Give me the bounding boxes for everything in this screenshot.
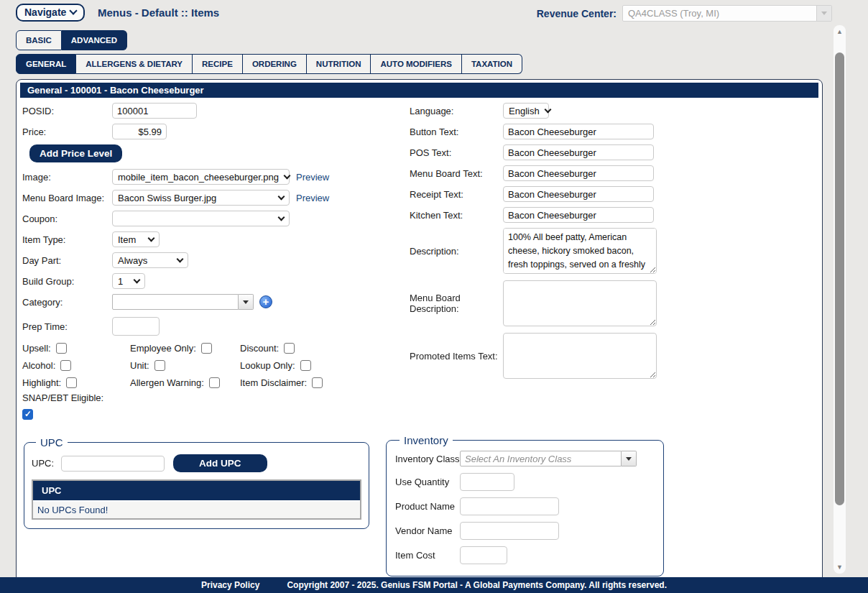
revenue-center-value: QA4CLASS (Troy, MI) <box>628 8 719 19</box>
day-part-select[interactable]: Always <box>112 252 188 268</box>
item-type-select-value: Item <box>118 234 136 245</box>
menu-board-image-select-value: Bacon Swiss Burger.jpg <box>118 193 216 203</box>
menu-board-description-textarea[interactable] <box>503 280 657 326</box>
upc-legend: UPC <box>36 436 68 449</box>
upsell-checkbox[interactable] <box>56 343 67 354</box>
category-input[interactable] <box>112 294 239 310</box>
revenue-center-group: Revenue Center: QA4CLASS (Troy, MI) <box>537 5 832 22</box>
navigate-button[interactable]: Navigate <box>16 4 85 22</box>
posid-label: POSID: <box>22 106 112 116</box>
tab-taxation[interactable]: TAXATION <box>462 54 522 74</box>
tab-auto-modifiers[interactable]: AUTO MODIFIERS <box>371 54 461 74</box>
button-text-input[interactable] <box>503 124 654 139</box>
image-select-value: mobile_item_bacon_cheeseburger.png <box>118 172 279 183</box>
tab-advanced[interactable]: ADVANCED <box>62 30 127 50</box>
vendor-name-label: Vendor Name <box>395 525 460 536</box>
price-label: Price: <box>22 127 112 137</box>
image-select[interactable]: mobile_item_bacon_cheeseburger.png <box>112 169 290 185</box>
top-bar: Navigate Menus - Default :: Items Revenu… <box>0 0 868 26</box>
kitchen-text-input[interactable] <box>503 207 654 223</box>
inventory-class-dropdown-button[interactable] <box>622 451 637 466</box>
receipt-text-label: Receipt Text: <box>410 189 503 200</box>
revenue-center-select[interactable]: QA4CLASS (Troy, MI) <box>622 5 832 22</box>
pos-text-input[interactable] <box>503 144 654 160</box>
description-textarea[interactable]: 100% All beef patty, American cheese, hi… <box>503 228 657 274</box>
inventory-class-input[interactable] <box>460 451 622 466</box>
build-group-select[interactable]: 1 <box>112 273 145 289</box>
item-cost-label: Item Cost <box>395 550 460 561</box>
chevron-down-icon <box>148 235 155 242</box>
scroll-down-icon[interactable]: ▼ <box>834 562 846 572</box>
tab-nutrition[interactable]: NUTRITION <box>307 54 371 74</box>
upc-table: UPC No UPCs Found! <box>32 479 361 520</box>
panel-header: General - 100001 - Bacon Cheeseburger <box>20 83 818 98</box>
scroll-up-icon[interactable]: ▲ <box>834 27 846 37</box>
tab-recipe[interactable]: RECIPE <box>193 54 243 74</box>
menu-board-image-select[interactable]: Bacon Swiss Burger.jpg <box>112 190 290 206</box>
inventory-class-combobox <box>460 451 637 466</box>
item-type-select[interactable]: Item <box>112 231 160 247</box>
menu-board-image-label: Menu Board Image: <box>22 193 112 203</box>
description-label: Description: <box>410 246 503 257</box>
tab-ordering[interactable]: ORDERING <box>243 54 307 74</box>
snap-ebt-checkbox[interactable] <box>22 409 33 420</box>
alcohol-label: Alcohol: <box>22 360 55 371</box>
prep-time-input[interactable] <box>112 317 160 336</box>
image-label: Image: <box>22 172 112 183</box>
highlight-label: Highlight: <box>22 377 61 388</box>
employee-only-checkbox[interactable] <box>201 343 212 354</box>
pos-text-label: POS Text: <box>410 147 503 158</box>
menu-board-text-input[interactable] <box>503 165 654 181</box>
revenue-center-dropdown-button[interactable] <box>816 6 831 21</box>
general-panel: General - 100001 - Bacon Cheeseburger PO… <box>16 79 823 593</box>
tab-allergens-dietary[interactable]: ALLERGENS & DIETARY <box>76 54 193 74</box>
vertical-scrollbar[interactable]: ▲ ▼ <box>834 25 846 574</box>
highlight-checkbox[interactable] <box>66 377 77 388</box>
language-select-value: English <box>509 106 540 116</box>
page-title: Menus - Default :: Items <box>98 6 219 19</box>
item-flags-grid: Upsell: Employee Only: Discount: Alcohol… <box>22 343 408 388</box>
promoted-items-textarea[interactable] <box>503 333 657 379</box>
alcohol-checkbox[interactable] <box>60 360 71 371</box>
upc-input[interactable] <box>61 456 165 472</box>
left-column: POSID: Price: Add Price Level Image: mob… <box>20 103 408 422</box>
discount-label: Discount: <box>240 343 279 354</box>
scrollbar-thumb[interactable] <box>835 52 844 505</box>
lookup-only-checkbox[interactable] <box>300 360 311 371</box>
triangle-down-icon <box>821 12 827 15</box>
menu-board-image-preview-link[interactable]: Preview <box>296 193 329 203</box>
item-disclaimer-checkbox[interactable] <box>312 377 323 388</box>
item-cost-input[interactable] <box>460 546 507 564</box>
image-preview-link[interactable]: Preview <box>296 172 329 183</box>
coupon-select[interactable] <box>112 211 290 226</box>
use-quantity-input[interactable] <box>460 473 514 491</box>
add-category-icon[interactable]: + <box>259 295 272 308</box>
footer: Privacy Policy Copyright 2007 - 2025. Ge… <box>0 577 868 593</box>
category-dropdown-button[interactable] <box>239 294 254 310</box>
unit-checkbox[interactable] <box>154 360 165 371</box>
item-type-label: Item Type: <box>22 234 112 245</box>
product-name-label: Product Name <box>395 501 460 512</box>
add-upc-button[interactable]: Add UPC <box>173 454 267 472</box>
kitchen-text-label: Kitchen Text: <box>410 210 503 221</box>
receipt-text-input[interactable] <box>503 186 654 202</box>
chevron-down-icon <box>278 214 285 221</box>
inventory-section: Inventory Inventory Class Use Quantity P… <box>386 434 664 576</box>
chevron-down-icon <box>278 193 285 201</box>
prep-time-label: Prep Time: <box>22 321 112 332</box>
section-tabs: GENERAL ALLERGENS & DIETARY RECIPE ORDER… <box>16 54 522 74</box>
menu-board-description-label: Menu Board Description: <box>410 293 503 314</box>
privacy-policy-link[interactable]: Privacy Policy <box>201 580 259 590</box>
category-label: Category: <box>22 297 112 308</box>
product-name-input[interactable] <box>460 497 559 515</box>
tab-basic[interactable]: BASIC <box>16 30 62 50</box>
vendor-name-input[interactable] <box>460 522 559 540</box>
tab-general[interactable]: GENERAL <box>16 54 76 74</box>
discount-checkbox[interactable] <box>284 343 295 354</box>
posid-input[interactable] <box>112 103 197 119</box>
language-select[interactable]: English <box>503 103 549 119</box>
price-input[interactable] <box>112 124 167 139</box>
add-price-level-button[interactable]: Add Price Level <box>29 144 122 162</box>
allergen-warning-checkbox[interactable] <box>209 377 220 388</box>
mode-tabs: BASIC ADVANCED <box>16 30 127 50</box>
